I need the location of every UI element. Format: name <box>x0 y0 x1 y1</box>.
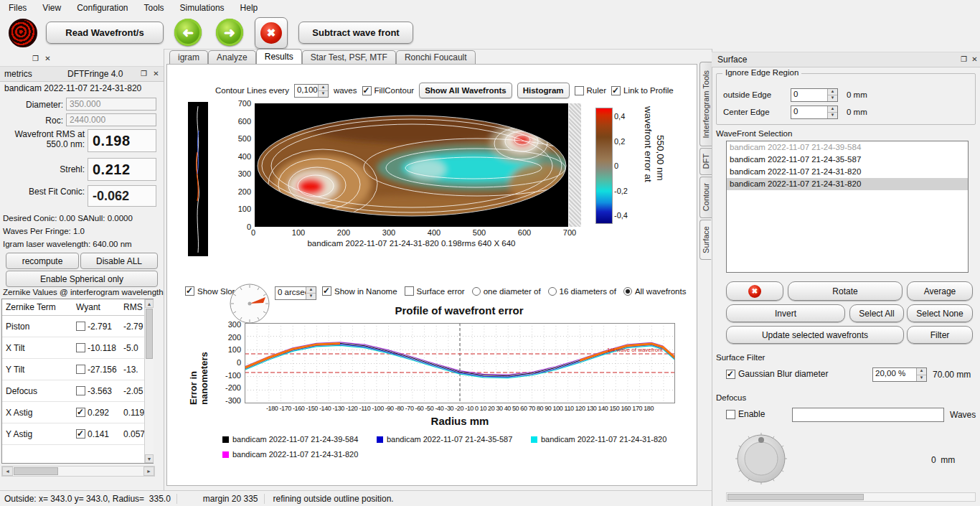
zernike-checkbox[interactable] <box>76 365 85 374</box>
update-selected-wavefronts-button[interactable]: Update selected wavefronts <box>726 326 904 344</box>
select-all-button[interactable]: Select All <box>849 304 904 322</box>
spin-down-icon[interactable]: ▼ <box>828 95 837 101</box>
surface-float-icon[interactable]: ❐ <box>958 54 969 64</box>
surface-close-icon[interactable]: ✕ <box>969 54 980 64</box>
metrics-float-icon[interactable]: ❐ <box>138 68 149 78</box>
metrics-title-bar[interactable]: metrics DFTFringe 4.0 ❐ ✕ <box>0 66 164 82</box>
one-diameter-radio[interactable]: one diameter of <box>472 287 541 296</box>
rotate-button[interactable]: Rotate <box>788 281 903 301</box>
profile-plot[interactable]: 1/4 wave of wavefront <box>245 323 675 406</box>
contour-interval-spinner[interactable]: 0,100 ▲▼ <box>294 84 329 98</box>
roc-field[interactable]: 2440.000 <box>66 113 156 126</box>
zernike-checkbox[interactable] <box>76 322 85 331</box>
fill-contour-checkbox[interactable]: FillContour <box>362 86 415 95</box>
spin-down-icon[interactable]: ▼ <box>319 91 328 97</box>
invert-button[interactable]: Invert <box>726 304 845 322</box>
vtab-surface[interactable]: Surface <box>699 220 712 260</box>
spin-down-icon[interactable]: ▼ <box>917 375 926 382</box>
tab-star-test-psf-mtf[interactable]: Star Test, PSF, MTF <box>302 50 396 64</box>
tab-results[interactable]: Results <box>256 49 302 64</box>
diameter-field[interactable]: 350.000 <box>66 98 156 111</box>
filter-button[interactable]: Filter <box>907 326 973 344</box>
zernike-wyant: -10.118 <box>88 343 116 353</box>
subtract-wavefront-button[interactable]: Subtract wave front <box>298 22 413 44</box>
vtab-interferogram-tools[interactable]: Interferogram Tools <box>699 62 712 146</box>
surface-horizontal-scrollbar[interactable] <box>726 492 976 502</box>
select-none-button[interactable]: Select None <box>907 304 973 322</box>
metrics-horizontal-scrollbar[interactable]: ◄ ► <box>1 466 155 477</box>
tab-ronchi-foucault[interactable]: Ronchi Foucault <box>396 50 476 64</box>
show-all-wavefronts-button[interactable]: Show All Wavefronts <box>419 83 512 98</box>
gaussian-percent-spinner[interactable]: 20,00 % ▲▼ <box>872 367 927 382</box>
roc-label: Roc: <box>0 116 63 126</box>
read-wavefronts-button[interactable]: Read Wavefront/s <box>46 22 164 44</box>
zernike-header-term[interactable]: Zernike Term <box>2 302 72 312</box>
show-slope-checkbox[interactable]: Show Slope <box>185 286 235 296</box>
back-arrow-button[interactable]: ➜ <box>174 19 202 46</box>
zernike-checkbox[interactable] <box>76 343 85 352</box>
sixteen-diameters-radio[interactable]: 16 diameters of <box>548 287 616 296</box>
zernike-checkbox[interactable] <box>76 386 85 395</box>
contour-lines-label: Contour Lines every <box>215 86 289 95</box>
slope-arcsec-spinner[interactable]: 0 arcseco ▲▼ <box>275 286 316 300</box>
zernike-header-rms[interactable]: RMS <box>120 302 146 312</box>
scroll-up-icon[interactable]: ▲ <box>145 299 154 308</box>
spin-up-icon[interactable]: ▲ <box>828 89 837 95</box>
zernike-checkbox[interactable] <box>76 429 85 439</box>
scroll-right-icon[interactable]: ► <box>143 467 154 476</box>
show-in-nanometers-checkbox[interactable]: Show in Nanome <box>322 286 397 296</box>
spin-up-icon[interactable]: ▲ <box>306 287 316 294</box>
link-to-profile-checkbox[interactable]: Link to Profile <box>611 86 674 95</box>
enable-spherical-only-button[interactable]: Enable Spherical only <box>6 271 158 287</box>
tab-analyze[interactable]: Analyze <box>208 50 256 64</box>
list-item[interactable]: bandicam 2022-11-07 21-24-35-587 <box>727 154 968 166</box>
disable-all-button[interactable]: Disable ALL <box>80 253 158 269</box>
recompute-button[interactable]: recompute <box>6 253 79 269</box>
contour-plot[interactable] <box>255 103 568 229</box>
average-button[interactable]: Average <box>907 281 973 301</box>
surface-title-bar[interactable]: Surface ❐ ✕ <box>712 52 980 67</box>
histogram-button[interactable]: Histogram <box>517 83 570 98</box>
wavefront-selection-list[interactable]: bandicam 2022-11-07 21-24-39-584 bandica… <box>726 141 969 273</box>
tab-igram[interactable]: igram <box>169 50 208 64</box>
spin-up-icon[interactable]: ▲ <box>828 106 837 113</box>
menu-view[interactable]: View <box>41 1 62 14</box>
list-item[interactable]: bandicam 2022-11-07 21-24-31-820 <box>727 178 968 190</box>
defocus-enable-checkbox[interactable]: Enable <box>726 409 765 419</box>
defocus-knob[interactable] <box>733 431 789 489</box>
menu-tools[interactable]: Tools <box>143 1 166 14</box>
menu-simulations[interactable]: Simulations <box>179 1 226 14</box>
abort-button[interactable]: ✖ <box>255 17 288 49</box>
zernike-header-wyant[interactable]: Wyant <box>72 302 120 312</box>
dock-close-icon[interactable]: ✕ <box>42 53 53 63</box>
ignore-edge-title: Ignore Edge Region <box>722 68 801 77</box>
surface-error-checkbox[interactable]: Surface error <box>405 286 465 296</box>
forward-arrow-button[interactable]: ➜ <box>216 19 243 46</box>
metrics-close-icon[interactable]: ✕ <box>151 68 161 78</box>
delete-wavefront-button[interactable]: ✖ <box>726 281 783 301</box>
menu-files[interactable]: Files <box>7 1 28 14</box>
spin-down-icon[interactable]: ▼ <box>828 113 837 118</box>
vtab-dft[interactable]: DFT <box>699 148 712 175</box>
spin-down-icon[interactable]: ▼ <box>306 294 316 299</box>
list-item[interactable]: bandicam 2022-11-07 21-24-39-584 <box>727 141 968 154</box>
list-item[interactable]: bandicam 2022-11-07 21-24-31-820 <box>727 166 968 178</box>
spin-up-icon[interactable]: ▲ <box>917 368 926 375</box>
outside-edge-spinner[interactable]: 0 ▲▼ <box>791 88 838 102</box>
ruler-checkbox[interactable]: Ruler <box>575 86 606 95</box>
zernike-vertical-scrollbar[interactable]: ▲ ▼ <box>144 299 154 463</box>
vtab-contour[interactable]: Contour <box>699 177 712 218</box>
dock-float-icon[interactable]: ❐ <box>30 53 41 63</box>
defocus-input[interactable] <box>792 408 944 422</box>
center-edge-spinner[interactable]: 0 ▲▼ <box>791 106 838 119</box>
menu-help[interactable]: Help <box>239 1 260 14</box>
delete-icon: ✖ <box>748 285 761 298</box>
interferogram-fringe-icon[interactable] <box>9 19 37 47</box>
scroll-down-icon[interactable]: ▼ <box>145 454 154 463</box>
all-wavefronts-radio[interactable]: All wavefronts <box>623 287 687 296</box>
spin-up-icon[interactable]: ▲ <box>319 85 328 91</box>
menu-configuration[interactable]: Configuration <box>75 1 129 14</box>
gaussian-blur-checkbox[interactable]: Gaussian Blur diameter <box>726 369 828 379</box>
zernike-checkbox[interactable] <box>76 408 85 417</box>
scroll-left-icon[interactable]: ◄ <box>2 467 13 476</box>
